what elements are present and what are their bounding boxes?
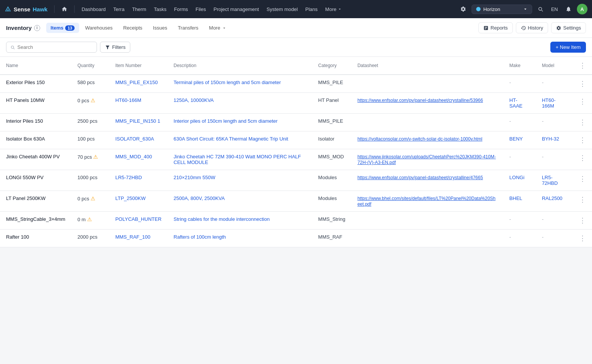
- nav-divider2: [74, 5, 75, 13]
- cell-row-actions[interactable]: ⋮: [573, 212, 592, 230]
- make-dash: -: [509, 234, 511, 240]
- history-button[interactable]: History: [516, 22, 548, 33]
- cell-item-number[interactable]: POLYCAB_HUNTER: [109, 212, 167, 230]
- nav-therm[interactable]: Therm: [129, 5, 150, 14]
- model-value[interactable]: HT60-166M: [542, 97, 556, 109]
- row-options-icon[interactable]: ⋮: [579, 175, 586, 183]
- search-box[interactable]: [6, 42, 97, 53]
- tab-warehouses[interactable]: Warehouses: [81, 23, 117, 33]
- cell-item-number[interactable]: MMS_RAF_100: [109, 230, 167, 247]
- cell-category: Isolator: [312, 131, 351, 149]
- cell-row-actions[interactable]: ⋮: [573, 230, 592, 247]
- cell-name[interactable]: Exterior Piles 150: [0, 75, 71, 93]
- chevron-down-icon: [337, 7, 342, 11]
- row-options-icon[interactable]: ⋮: [579, 119, 586, 126]
- model-value[interactable]: LR5-72HBD: [542, 175, 558, 186]
- datasheet-link[interactable]: https://www.enfsolar.com/pv/panel-datash…: [358, 98, 483, 103]
- description-value[interactable]: String cables for the module interconnec…: [173, 216, 270, 222]
- row-options-icon[interactable]: ⋮: [579, 80, 586, 87]
- row-options-icon[interactable]: ⋮: [579, 98, 586, 105]
- model-dash: -: [542, 216, 544, 222]
- description-value[interactable]: 1250A, 10000KVA: [173, 97, 214, 103]
- tab-issues[interactable]: Issues: [148, 23, 172, 33]
- nav-system-model[interactable]: System model: [264, 5, 301, 14]
- cell-item-number[interactable]: HT60-166M: [109, 93, 167, 114]
- cell-item-number[interactable]: MMS_PILE_EX150: [109, 75, 167, 93]
- search-input[interactable]: [17, 44, 93, 50]
- description-value[interactable]: 210×210mm 550W: [173, 175, 215, 180]
- description-value[interactable]: Jinko Cheetah HC 72M 390-410 Watt MONO P…: [173, 154, 301, 165]
- nav-project-management[interactable]: Project management: [211, 5, 262, 14]
- language-selector[interactable]: EN: [549, 5, 560, 14]
- row-options-icon[interactable]: ⋮: [579, 217, 586, 224]
- make-value[interactable]: BENY: [509, 136, 523, 142]
- filters-button[interactable]: Filters: [100, 42, 130, 53]
- cell-row-actions[interactable]: ⋮: [573, 131, 592, 149]
- tab-items[interactable]: Items 13: [46, 23, 79, 33]
- cell-name[interactable]: Isolator Box 630A: [0, 131, 71, 149]
- datasheet-link[interactable]: https://www.jinkosolar.com/uploads/Cheet…: [358, 154, 496, 165]
- nav-dashboard[interactable]: Dashboard: [78, 5, 109, 14]
- cell-name[interactable]: LONGI 550W PV: [0, 170, 71, 191]
- settings-button[interactable]: [457, 3, 469, 15]
- make-value[interactable]: LONGi: [509, 175, 525, 180]
- cell-name[interactable]: Interior Piles 150: [0, 114, 71, 131]
- nav-more[interactable]: More: [322, 5, 345, 14]
- datasheet-link[interactable]: https://www.enfsolar.com/pv/panel-datash…: [358, 175, 483, 180]
- tab-more[interactable]: More: [205, 23, 231, 33]
- model-value[interactable]: RAL2500: [542, 195, 562, 201]
- model-dash: -: [542, 118, 544, 124]
- description-value[interactable]: Terminal piles of 150cm length and 5cm d…: [173, 80, 281, 85]
- row-options-icon[interactable]: ⋮: [579, 196, 586, 203]
- cell-row-actions[interactable]: ⋮: [573, 93, 592, 114]
- cell-name[interactable]: MMS_StringCable_3×4mm: [0, 212, 71, 230]
- nav-plans[interactable]: Plans: [302, 5, 321, 14]
- nav-files[interactable]: Files: [192, 5, 209, 14]
- description-value[interactable]: Rafters of 100cm length: [173, 234, 226, 240]
- cell-row-actions[interactable]: ⋮: [573, 149, 592, 170]
- avatar[interactable]: A: [577, 4, 587, 14]
- cell-item-number[interactable]: LR5-72HBD: [109, 170, 167, 191]
- logo[interactable]: SenseHawk: [5, 6, 47, 12]
- cell-item-number[interactable]: LTP_2500KW: [109, 191, 167, 212]
- cell-name[interactable]: LT Panel 2500KW: [0, 191, 71, 212]
- home-button[interactable]: [58, 3, 70, 15]
- column-options-icon[interactable]: ⋮: [579, 62, 586, 69]
- nav-tasks[interactable]: Tasks: [151, 5, 169, 14]
- notifications-button[interactable]: [562, 3, 575, 15]
- row-options-icon[interactable]: ⋮: [579, 234, 586, 242]
- description-value[interactable]: 630A Short Circuit: 65KA Thermal Magneti…: [173, 136, 288, 142]
- cell-name[interactable]: Rafter 100: [0, 230, 71, 247]
- search-button[interactable]: [534, 3, 547, 15]
- new-item-button[interactable]: + New Item: [550, 42, 586, 53]
- inventory-info-icon[interactable]: i: [34, 25, 40, 31]
- cell-name[interactable]: Jinko Cheetah 400W PV: [0, 149, 71, 170]
- cell-row-actions[interactable]: ⋮: [573, 114, 592, 131]
- row-options-icon[interactable]: ⋮: [579, 136, 586, 144]
- project-selector[interactable]: Horizon: [472, 5, 532, 14]
- make-value[interactable]: BHEL: [509, 195, 522, 201]
- tab-receipts[interactable]: Receipts: [119, 23, 147, 33]
- nav-forms[interactable]: Forms: [171, 5, 191, 14]
- tab-transfers[interactable]: Transfers: [173, 23, 203, 33]
- cell-name[interactable]: HT Panels 10MW: [0, 93, 71, 114]
- project-name: Horizon: [483, 6, 500, 12]
- cell-row-actions[interactable]: ⋮: [573, 170, 592, 191]
- model-value[interactable]: BYH-32: [542, 136, 559, 142]
- description-value[interactable]: 2500A, 800V, 2500KVA: [173, 195, 225, 201]
- cell-item-number[interactable]: MMS_PILE_IN150 1: [109, 114, 167, 131]
- cell-row-actions[interactable]: ⋮: [573, 75, 592, 93]
- table-row: Isolator Box 630A 100 pcs ISOLATOR_630A …: [0, 131, 592, 149]
- reports-button[interactable]: Reports: [478, 22, 513, 33]
- settings-inv-button[interactable]: Settings: [551, 22, 586, 33]
- datasheet-link[interactable]: https://voltaconsolar.com/v-switch-solar…: [358, 136, 483, 142]
- nav-terra[interactable]: Terra: [110, 5, 128, 14]
- cell-item-number[interactable]: MMS_MOD_400: [109, 149, 167, 170]
- cell-row-actions[interactable]: ⋮: [573, 191, 592, 212]
- row-options-icon[interactable]: ⋮: [579, 154, 586, 162]
- warning-icon: ⚠: [87, 216, 92, 222]
- description-value[interactable]: Interior piles of 150cm length and 5cm d…: [173, 118, 278, 124]
- datasheet-link[interactable]: https://www.bhel.com/sites/default/files…: [358, 196, 496, 207]
- cell-item-number[interactable]: ISOLATOR_630A: [109, 131, 167, 149]
- make-value[interactable]: HT-SAAE: [509, 97, 523, 109]
